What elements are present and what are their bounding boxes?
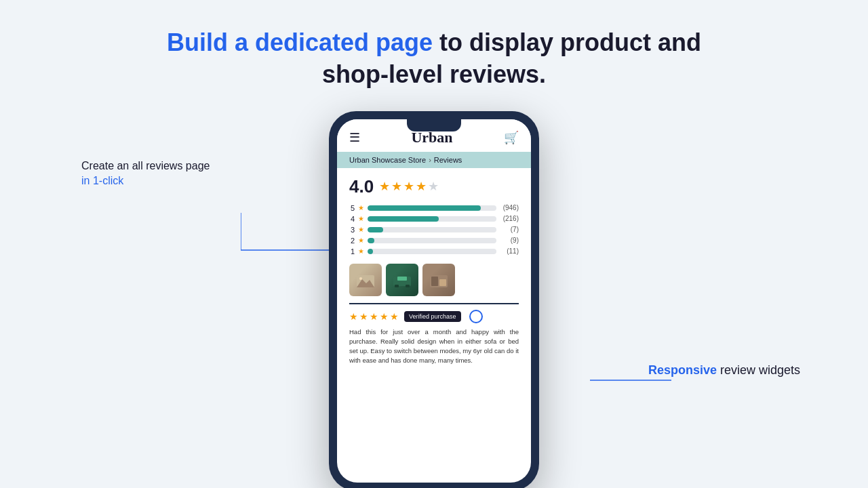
review-header: ★ ★ ★ ★ ★ Verified purchase xyxy=(349,310,519,323)
overall-rating: 4.0 ★ ★ ★ ★ ★ xyxy=(349,176,519,197)
svg-point-2 xyxy=(359,277,362,280)
bar-count-5: (946) xyxy=(500,204,519,211)
bar-track-1 xyxy=(368,249,496,254)
bar-track-3 xyxy=(368,227,496,232)
phone-screen: ☰ Urban 🛒 Urban Showcase Store › Reviews… xyxy=(337,119,531,483)
star-3: ★ xyxy=(403,179,414,194)
review-text: Had this for just over a month and happy… xyxy=(349,327,519,366)
review-star-5: ★ xyxy=(390,311,399,322)
photo-row xyxy=(349,264,519,296)
photo-thumb-2[interactable] xyxy=(386,264,418,296)
bar-row-3: 3 ★ (7) xyxy=(349,226,519,234)
bar-track-2 xyxy=(368,238,496,243)
photo-thumb-1[interactable] xyxy=(349,264,382,296)
title-highlight: Build a dedicated page xyxy=(167,28,433,56)
main-title: Build a dedicated page to display produc… xyxy=(167,27,701,91)
bar-star-5: ★ xyxy=(358,204,364,211)
review-star-4: ★ xyxy=(380,311,389,322)
left-annotation-text: Create an all reviews page in 1-click xyxy=(81,159,210,189)
review-stars: ★ ★ ★ ★ ★ xyxy=(349,311,399,322)
reviews-section: 4.0 ★ ★ ★ ★ ★ 5 xyxy=(337,168,531,483)
verified-badge: Verified purchase xyxy=(404,311,461,322)
cart-icon[interactable]: 🛒 xyxy=(504,130,519,145)
svg-rect-8 xyxy=(431,277,438,286)
page-header: Build a dedicated page to display produc… xyxy=(167,27,701,91)
breadcrumb-store[interactable]: Urban Showcase Store xyxy=(349,156,426,164)
right-annotation-highlight: Responsive xyxy=(648,363,717,377)
verified-dot xyxy=(469,310,483,323)
bar-fill-2 xyxy=(368,238,374,243)
right-annotation-text: Responsive review widgets xyxy=(648,362,800,379)
bar-label-2: 2 xyxy=(349,237,355,245)
photo-thumb-3[interactable] xyxy=(422,264,455,296)
left-annotation: Create an all reviews page in 1-click xyxy=(81,159,210,189)
bar-fill-1 xyxy=(368,249,373,254)
bar-fill-5 xyxy=(368,205,481,211)
svg-rect-5 xyxy=(406,285,410,287)
bar-count-4: (216) xyxy=(500,215,519,222)
bar-row-4: 4 ★ (216) xyxy=(349,215,519,223)
bar-star-4: ★ xyxy=(358,215,364,222)
phone-frame: ☰ Urban 🛒 Urban Showcase Store › Reviews… xyxy=(329,111,539,488)
annotation-link: in 1-click xyxy=(81,175,123,186)
breadcrumb-bar: Urban Showcase Store › Reviews xyxy=(337,152,531,168)
bar-count-3: (7) xyxy=(500,226,519,233)
left-connector-line xyxy=(241,213,336,253)
bar-star-1: ★ xyxy=(358,247,364,255)
star-5-empty: ★ xyxy=(428,179,439,194)
bar-row-1: 1 ★ (11) xyxy=(349,247,519,256)
bar-label-1: 1 xyxy=(349,247,355,256)
bar-fill-4 xyxy=(368,216,439,222)
bar-star-2: ★ xyxy=(358,237,364,244)
review-star-3: ★ xyxy=(370,311,378,322)
bar-fill-3 xyxy=(368,227,383,232)
star-1: ★ xyxy=(379,179,390,194)
hamburger-icon[interactable]: ☰ xyxy=(349,130,360,145)
bar-row-5: 5 ★ (946) xyxy=(349,204,519,212)
svg-rect-4 xyxy=(395,285,399,287)
svg-rect-9 xyxy=(439,279,446,286)
bar-star-3: ★ xyxy=(358,226,364,233)
breadcrumb-separator: › xyxy=(429,156,431,164)
bar-count-1: (11) xyxy=(500,247,519,255)
bar-track-5 xyxy=(368,205,496,211)
bar-row-2: 2 ★ (9) xyxy=(349,237,519,245)
review-star-1: ★ xyxy=(349,311,358,322)
breadcrumb-page: Reviews xyxy=(434,156,462,164)
phone-notch xyxy=(407,119,461,131)
main-content: Create an all reviews page in 1-click ☰ … xyxy=(0,104,868,488)
rating-bars: 5 ★ (946) 4 ★ xyxy=(349,204,519,256)
right-annotation: Responsive review widgets xyxy=(648,362,800,379)
rating-number: 4.0 xyxy=(349,176,374,197)
svg-rect-6 xyxy=(397,277,407,281)
review-card: ★ ★ ★ ★ ★ Verified purchase Had this for… xyxy=(349,310,519,366)
bar-label-5: 5 xyxy=(349,204,355,212)
phone-mockup: ☰ Urban 🛒 Urban Showcase Store › Reviews… xyxy=(329,111,539,488)
star-4: ★ xyxy=(416,179,427,194)
bar-label-4: 4 xyxy=(349,215,355,223)
bar-label-3: 3 xyxy=(349,226,355,234)
star-2: ★ xyxy=(391,179,402,194)
review-star-2: ★ xyxy=(359,311,368,322)
overall-stars: ★ ★ ★ ★ ★ xyxy=(379,179,439,194)
divider-line xyxy=(349,303,519,304)
bar-count-2: (9) xyxy=(500,237,519,244)
bar-track-4 xyxy=(368,216,496,222)
